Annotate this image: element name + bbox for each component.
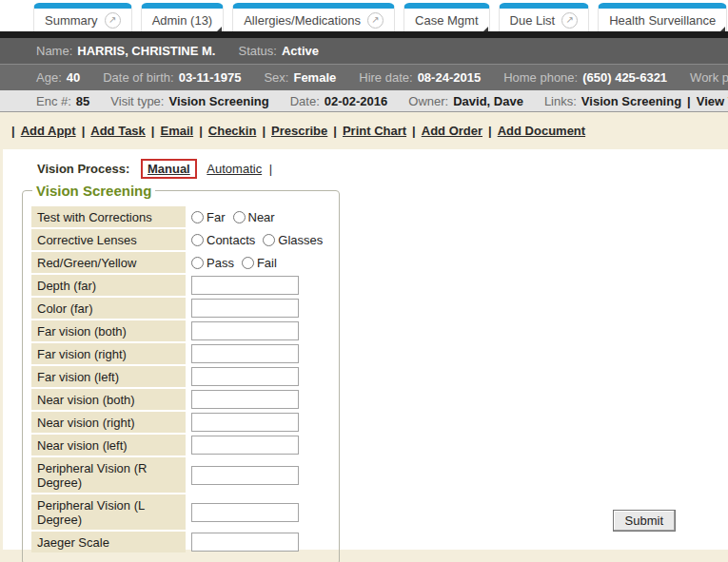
- checkin-link[interactable]: Checkin: [208, 124, 257, 138]
- row-label: Far vision (left): [31, 366, 186, 387]
- add-document-link[interactable]: Add Document: [498, 124, 585, 138]
- links-label: Links:: [544, 94, 577, 108]
- age-value: 40: [67, 70, 80, 85]
- name-label: Name:: [36, 44, 72, 58]
- form-row-far-vision-right: Far vision (right): [31, 343, 330, 364]
- radio-option-label[interactable]: Pass: [207, 256, 234, 270]
- far-vision-left-input[interactable]: [191, 367, 299, 386]
- dropdown-corner-icon: [217, 27, 222, 31]
- owner-label: Owner:: [408, 94, 448, 108]
- row-label: Test with Corrections: [31, 206, 186, 227]
- radio-option-label[interactable]: Near: [248, 210, 275, 224]
- form-row-color-far: Color (far): [31, 298, 330, 319]
- row-label: Near vision (both): [31, 389, 186, 410]
- separator: |: [262, 124, 266, 138]
- sex-value: Female: [293, 70, 336, 85]
- tab-health-surveillance[interactable]: Health Surveillance: [598, 3, 727, 31]
- near-vision-left-input[interactable]: [191, 436, 299, 455]
- peripheral-vision-r-input[interactable]: [191, 466, 299, 485]
- far-radio[interactable]: [191, 211, 204, 223]
- visit-type-value: Vision Screening: [168, 94, 268, 108]
- action-links-bar: | Add Appt | Add Task | Email | Checkin …: [0, 112, 728, 149]
- separator: |: [11, 124, 15, 138]
- contacts-radio[interactable]: [191, 234, 204, 246]
- tab-summary[interactable]: Summary ↗: [33, 3, 132, 31]
- vision-screening-fieldset: Vision Screening Test with Corrections F…: [22, 183, 340, 562]
- work-phone-label: Work phone:: [690, 70, 728, 85]
- add-order-link[interactable]: Add Order: [422, 124, 482, 138]
- date-label: Date:: [290, 94, 320, 108]
- dropdown-corner-icon: [483, 27, 488, 31]
- far-vision-right-input[interactable]: [191, 344, 299, 363]
- row-label: Color (far): [31, 298, 186, 319]
- separator: |: [199, 124, 203, 138]
- row-label: Far vision (both): [31, 320, 186, 341]
- radio-option-label[interactable]: Glasses: [278, 233, 323, 247]
- near-vision-right-input[interactable]: [191, 413, 299, 432]
- depth-far-input[interactable]: [191, 276, 299, 295]
- vision-process-row: Vision Process: Manual Automatic |: [3, 149, 728, 179]
- vision-process-manual-link[interactable]: Manual: [141, 159, 197, 179]
- tab-admin[interactable]: Admin (13): [141, 3, 225, 31]
- owner-value: David, Dave: [453, 94, 523, 108]
- row-label: Red/Green/Yellow: [31, 252, 186, 273]
- separator: |: [412, 124, 416, 138]
- patient-name: HARRIS, CHRISTINE M.: [77, 44, 215, 58]
- visit-type-label: Visit type:: [110, 94, 164, 108]
- external-link-icon[interactable]: ↗: [561, 12, 578, 29]
- separator: |: [151, 124, 155, 138]
- peripheral-vision-l-input[interactable]: [191, 503, 299, 522]
- add-appt-link[interactable]: Add Appt: [21, 124, 76, 138]
- row-label: Far vision (right): [31, 343, 186, 364]
- form-row-far-vision-left: Far vision (left): [31, 366, 330, 387]
- form-row-peripheral-vision-l: Peripheral Vision (L Degree): [31, 494, 330, 530]
- form-row-peripheral-vision-r: Peripheral Vision (R Degree): [31, 457, 330, 493]
- radio-option-label[interactable]: Contacts: [207, 233, 255, 247]
- radio-option-label[interactable]: Fail: [257, 256, 277, 270]
- pass-radio[interactable]: [191, 257, 204, 269]
- tab-label: Health Surveillance: [609, 13, 716, 28]
- row-label: Depth (far): [31, 275, 186, 296]
- row-label: Corrective Lenses: [31, 229, 186, 250]
- far-vision-both-input[interactable]: [191, 321, 299, 340]
- content-panel: Vision Process: Manual Automatic | Visio…: [3, 149, 728, 550]
- link-vision-screening[interactable]: Vision Screening: [581, 94, 681, 108]
- patient-name-bar: Name: HARRIS, CHRISTINE M. Status: Activ…: [0, 38, 728, 64]
- row-label: Near vision (left): [31, 435, 186, 455]
- date-value: 02-02-2016: [325, 94, 388, 108]
- tab-label: Due List: [510, 13, 556, 28]
- row-label: Peripheral Vision (L Degree): [31, 494, 186, 530]
- submit-row: Submit: [613, 510, 676, 532]
- form-row-test-with-corrections: Test with Corrections Far Near: [31, 206, 330, 227]
- radio-option-label[interactable]: Far: [207, 210, 226, 224]
- separator: |: [333, 124, 337, 138]
- color-far-input[interactable]: [191, 299, 299, 318]
- tab-bar-divider: [0, 31, 728, 38]
- form-row-jaeger-scale: Jaeger Scale: [31, 532, 330, 552]
- link-view-vision-screening[interactable]: View Vision Screening: [697, 94, 728, 108]
- external-link-icon[interactable]: ↗: [105, 12, 121, 29]
- glasses-radio[interactable]: [263, 234, 275, 246]
- form-row-far-vision-both: Far vision (both): [31, 320, 330, 341]
- prescribe-link[interactable]: Prescribe: [271, 124, 327, 138]
- dob-value: 03-11-1975: [179, 70, 242, 85]
- tab-due-list[interactable]: Due List ↗: [499, 3, 590, 31]
- tab-case-mgmt[interactable]: Case Mgmt: [403, 3, 489, 31]
- submit-button[interactable]: Submit: [613, 510, 676, 532]
- row-label: Peripheral Vision (R Degree): [31, 457, 186, 493]
- tab-label: Admin (13): [152, 13, 213, 28]
- tab-allergies-medications[interactable]: Allergies/Medications ↗: [232, 3, 395, 31]
- home-phone-label: Home phone:: [503, 70, 578, 85]
- vision-process-automatic-link[interactable]: Automatic: [207, 162, 262, 176]
- form-row-depth-far: Depth (far): [31, 275, 330, 296]
- jaeger-scale-input[interactable]: [191, 533, 299, 552]
- email-link[interactable]: Email: [160, 124, 193, 138]
- fail-radio[interactable]: [242, 257, 254, 269]
- dob-label: Date of birth:: [103, 70, 173, 85]
- near-vision-both-input[interactable]: [191, 390, 299, 409]
- external-link-icon[interactable]: ↗: [367, 12, 384, 29]
- add-task-link[interactable]: Add Task: [90, 124, 146, 138]
- print-chart-link[interactable]: Print Chart: [343, 124, 406, 138]
- separator: |: [687, 94, 691, 108]
- near-radio[interactable]: [233, 211, 246, 223]
